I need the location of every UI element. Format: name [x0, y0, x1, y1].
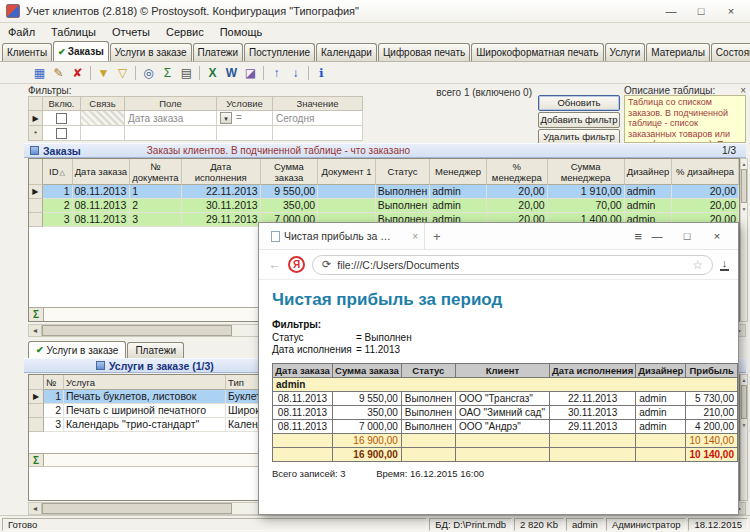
status-bar: Готово БД: D:\Print.mdb 2 820 Kb admin А…	[0, 515, 750, 532]
header-cell[interactable]: Сумма менеджера	[548, 159, 625, 185]
tab-order-services[interactable]: Услуги в заказе	[110, 43, 192, 61]
scroll-down-icon[interactable]: ▼	[742, 420, 747, 429]
scroll-up-icon[interactable]: ▲	[742, 159, 747, 168]
sort-desc-icon[interactable]: ↓	[286, 64, 305, 82]
scroll-left-icon[interactable]: ◄	[29, 503, 42, 514]
service-cell: Печать буклетов, листовок	[64, 390, 226, 404]
header-cell-id[interactable]: ID△	[43, 159, 73, 185]
delete-icon[interactable]: ✘	[68, 64, 87, 82]
sort-asc-icon[interactable]: ↑	[267, 64, 286, 82]
scrollbar-thumb[interactable]	[741, 385, 747, 419]
new-tab-button[interactable]: +	[433, 229, 441, 244]
new-row-marker: *	[29, 126, 43, 141]
order-row[interactable]: 2 08.11.2013 2 30.11.2013 350,00 Выполне…	[29, 199, 739, 213]
print-icon[interactable]: ▤	[177, 64, 196, 82]
header-cell[interactable]: Дизайнер	[625, 159, 673, 185]
browser-tab[interactable]: Чистая прибыль за период ×	[265, 223, 425, 249]
minimize-button[interactable]: —	[656, 1, 686, 21]
header-cell[interactable]: Документ 1	[318, 159, 376, 185]
refresh-icon[interactable]: ⟳	[322, 258, 331, 271]
browser-menu-icon[interactable]: ≡	[634, 229, 642, 244]
report-subtotal-profit: 10 140,00	[686, 434, 738, 448]
tab-receipts[interactable]: Поступление	[244, 43, 315, 61]
menu-reports[interactable]: Отчеты	[104, 25, 158, 39]
scroll-down-icon[interactable]: ▼	[742, 204, 747, 213]
filter-clear-icon[interactable]: ▽	[113, 64, 132, 82]
refresh-button[interactable]: Обновить	[538, 95, 620, 111]
orders-vertical-scrollbar[interactable]: ▲ ▼	[740, 158, 748, 322]
filter-grid: Вклю. Связь Поле Условие Значение ▶ Дата…	[28, 96, 363, 141]
header-cell[interactable]: Дата исполнения	[182, 159, 261, 185]
browser-maximize-button[interactable]: □	[672, 230, 702, 242]
tab-close-icon[interactable]: ×	[412, 231, 418, 242]
scroll-up-icon[interactable]: ▲	[742, 375, 747, 384]
service-cell: 2	[44, 404, 64, 418]
tab-wide-format-print[interactable]: Широкоформатная печать	[471, 43, 603, 61]
export-excel-icon[interactable]: X	[203, 64, 222, 82]
new-filter-checkbox[interactable]	[56, 128, 67, 139]
subtab-payments[interactable]: Платежи	[127, 342, 184, 358]
menu-tables[interactable]: Таблицы	[43, 25, 104, 39]
close-button[interactable]: ×	[716, 1, 746, 21]
window-title: Учет клиентов (2.818) © Prostoysoft. Кон…	[26, 5, 656, 17]
header-cell[interactable]: № документа	[130, 159, 181, 185]
sum-icon[interactable]: Σ	[158, 64, 177, 82]
scroll-left-icon[interactable]: ◄	[29, 325, 42, 336]
chart-icon[interactable]: ◪	[241, 64, 260, 82]
services-vertical-scrollbar[interactable]: ▲ ▼	[740, 374, 748, 501]
status-user: admin	[566, 518, 604, 531]
bookmark-star-icon[interactable]: ☆	[692, 258, 703, 272]
tab-materials[interactable]: Материалы	[646, 43, 710, 61]
edit-icon[interactable]: ✎	[49, 64, 68, 82]
filter-enabled-checkbox[interactable]	[56, 113, 67, 124]
filter-condition-cell[interactable]: ▾=	[217, 111, 273, 126]
export-word-icon[interactable]: W	[222, 64, 241, 82]
back-icon[interactable]: ←	[268, 257, 281, 272]
dropdown-icon[interactable]: ▾	[220, 112, 232, 124]
tab-clients[interactable]: Клиенты	[2, 43, 52, 61]
scrollbar-thumb[interactable]	[741, 169, 747, 203]
header-cell[interactable]: % дизайнера	[672, 159, 739, 185]
table-description-text: Таблица со списком заказов. В подчиненно…	[624, 95, 746, 143]
report-header-cell: Дата заказа	[273, 364, 333, 378]
maximize-button[interactable]: □	[686, 1, 716, 21]
filter-row[interactable]: ▶ Дата заказа ▾= Сегодня	[29, 111, 363, 126]
form-icon[interactable]: ▦	[30, 64, 49, 82]
header-cell[interactable]: Услуга	[64, 375, 226, 390]
tab-label: Материалы	[651, 47, 705, 58]
menu-service[interactable]: Сервис	[158, 25, 212, 39]
menu-help[interactable]: Помощь	[212, 25, 271, 39]
tab-payments[interactable]: Платежи	[193, 43, 244, 61]
address-bar[interactable]: ⟳ file:///C:/Users/Documents ☆	[312, 255, 713, 275]
tab-services[interactable]: Услуги	[605, 43, 646, 61]
yandex-logo-icon[interactable]: Я	[288, 256, 305, 273]
browser-close-button[interactable]: ×	[702, 230, 732, 242]
search-icon[interactable]: ◎	[139, 64, 158, 82]
tab-orders[interactable]: ✔Заказы	[53, 41, 109, 61]
scrollbar-thumb[interactable]	[42, 325, 232, 336]
header-cell[interactable]: Сумма заказа	[261, 159, 318, 185]
filter-value-cell[interactable]: Сегодня	[273, 111, 363, 126]
tab-calendars[interactable]: Календари	[316, 43, 377, 61]
subtab-order-services[interactable]: ✔Услуги в заказе	[28, 341, 126, 358]
browser-minimize-button[interactable]: —	[642, 230, 672, 242]
tab-stock-state[interactable]: Состояние склада	[711, 43, 750, 61]
filter-icon[interactable]: ▼	[94, 64, 113, 82]
report-header-cell: Дизайнер	[636, 364, 686, 378]
header-cell[interactable]: №	[44, 375, 64, 390]
info-icon[interactable]: ℹ	[312, 64, 331, 82]
scrollbar-thumb[interactable]	[42, 503, 232, 514]
download-icon[interactable]: ↓	[720, 258, 729, 271]
tab-digital-print[interactable]: Цифровая печать	[378, 43, 470, 61]
header-cell[interactable]: % менеджера	[487, 159, 548, 185]
header-cell[interactable]: Статус	[376, 159, 430, 185]
header-cell[interactable]: Менеджер	[430, 159, 487, 185]
checked-icon: ✔	[58, 47, 66, 57]
filter-field-cell[interactable]: Дата заказа	[125, 111, 217, 126]
menu-file[interactable]: Файл	[0, 25, 43, 39]
add-filter-button[interactable]: Добавить фильтр	[538, 112, 620, 128]
filter-new-row[interactable]: *	[29, 126, 363, 141]
header-cell[interactable]: Дата заказа	[73, 159, 131, 185]
order-row[interactable]: ▶ 1 08.11.2013 1 22.11.2013 9 550,00 Вып…	[29, 185, 739, 199]
current-row-marker: ▶	[29, 111, 43, 126]
